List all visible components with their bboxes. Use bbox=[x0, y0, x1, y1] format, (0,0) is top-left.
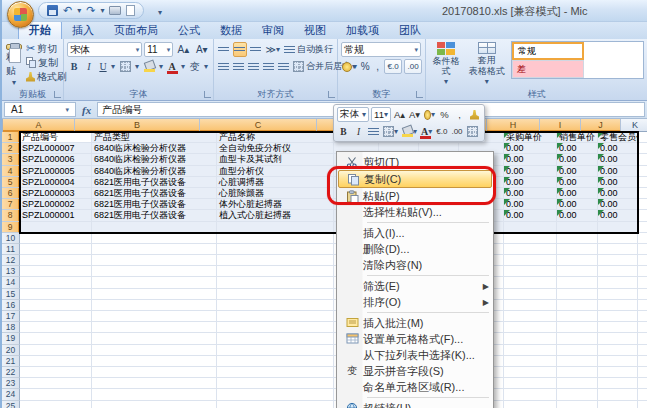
cell-H13[interactable] bbox=[504, 266, 557, 277]
cell-K14[interactable] bbox=[638, 277, 647, 288]
row-header-18[interactable]: 18 bbox=[2, 322, 20, 333]
undo-dropdown-icon[interactable]: ▾ bbox=[77, 6, 81, 15]
column-header-H[interactable]: H bbox=[487, 119, 540, 132]
orientation-button[interactable]: ≫▾ bbox=[265, 42, 281, 57]
cell-K8[interactable] bbox=[638, 210, 647, 221]
decrease-indent-button[interactable] bbox=[262, 59, 275, 74]
menu-item-delete[interactable]: 删除(D)... bbox=[338, 241, 492, 257]
cell-J23[interactable] bbox=[598, 378, 638, 389]
fill-color-dropdown-icon[interactable]: ▾ bbox=[159, 62, 163, 71]
cell-C17[interactable] bbox=[217, 311, 334, 322]
menu-item-show-phonetic[interactable]: 变显示拼音字段(S) bbox=[338, 363, 492, 379]
cell-I13[interactable] bbox=[557, 266, 598, 277]
cell-C5[interactable]: 心脏调搏器 bbox=[217, 177, 334, 188]
mini-percent-button[interactable]: % bbox=[438, 107, 451, 122]
cell-C15[interactable] bbox=[217, 289, 334, 300]
cell-B25[interactable] bbox=[92, 401, 217, 408]
cell-J17[interactable] bbox=[598, 311, 638, 322]
cell-A18[interactable] bbox=[20, 322, 92, 333]
mini-bold-button[interactable]: B bbox=[337, 124, 350, 139]
cell-A8[interactable]: SPZL000001 bbox=[20, 210, 92, 221]
cell-J4[interactable]: 0.00 bbox=[598, 166, 638, 177]
cell-J13[interactable] bbox=[598, 266, 638, 277]
tab-team[interactable]: 团队 bbox=[389, 21, 431, 39]
align-center-button[interactable] bbox=[232, 59, 245, 74]
cell-H19[interactable] bbox=[504, 333, 557, 344]
cell-C25[interactable] bbox=[217, 401, 334, 408]
cell-I7[interactable]: 0.00 bbox=[557, 199, 598, 210]
cell-B4[interactable]: 6840临床检验分析仪器 bbox=[92, 166, 217, 177]
cell-K18[interactable] bbox=[638, 322, 647, 333]
cell-I20[interactable] bbox=[557, 345, 598, 356]
mini-grow-font-button[interactable]: A▴ bbox=[393, 107, 406, 122]
cell-K20[interactable] bbox=[638, 345, 647, 356]
cell-H24[interactable] bbox=[504, 389, 557, 400]
cell-K24[interactable] bbox=[638, 389, 647, 400]
row-header-23[interactable]: 23 bbox=[2, 378, 20, 389]
column-header-A[interactable]: A bbox=[3, 119, 75, 132]
cell-A14[interactable] bbox=[20, 277, 92, 288]
cell-A2[interactable]: SPZL000007 bbox=[20, 143, 92, 154]
align-bottom-button[interactable] bbox=[249, 42, 263, 57]
row-header-4[interactable]: 4 bbox=[2, 166, 20, 177]
underline-dropdown-icon[interactable]: ▾ bbox=[111, 62, 115, 71]
cell-J14[interactable] bbox=[598, 277, 638, 288]
cell-H7[interactable]: 0.00 bbox=[504, 199, 557, 210]
mini-shrink-font-button[interactable]: A▾ bbox=[408, 107, 421, 122]
row-header-8[interactable]: 8 bbox=[2, 210, 20, 221]
cell-K23[interactable] bbox=[638, 378, 647, 389]
print-preview-icon[interactable] bbox=[126, 5, 135, 16]
cell-K15[interactable] bbox=[638, 289, 647, 300]
cell-K10[interactable] bbox=[638, 233, 647, 244]
tab-add-ins[interactable]: 加载项 bbox=[336, 21, 389, 39]
cell-B23[interactable] bbox=[92, 378, 217, 389]
cell-H16[interactable] bbox=[504, 300, 557, 311]
row-header-11[interactable]: 11 bbox=[2, 244, 20, 255]
underline-button[interactable]: U bbox=[97, 59, 109, 74]
cell-B16[interactable] bbox=[92, 300, 217, 311]
cell-B7[interactable]: 6821医用电子仪器设备 bbox=[92, 199, 217, 210]
align-top-button[interactable] bbox=[217, 42, 231, 57]
tab-formulas[interactable]: 公式 bbox=[168, 21, 210, 39]
cell-H20[interactable] bbox=[504, 345, 557, 356]
fx-icon[interactable]: fx bbox=[78, 104, 95, 116]
cell-I24[interactable] bbox=[557, 389, 598, 400]
name-box-dropdown-icon[interactable]: ▾ bbox=[65, 106, 69, 114]
cell-C22[interactable] bbox=[217, 367, 334, 378]
cell-J19[interactable] bbox=[598, 333, 638, 344]
menu-item-name-range[interactable]: 命名单元格区域(R)... bbox=[338, 379, 492, 395]
cell-K13[interactable] bbox=[638, 266, 647, 277]
cell-C21[interactable] bbox=[217, 356, 334, 367]
cell-J12[interactable] bbox=[598, 255, 638, 266]
tab-review[interactable]: 审阅 bbox=[252, 21, 294, 39]
format-painter-button[interactable]: 格式刷 bbox=[25, 70, 68, 83]
cell-C20[interactable] bbox=[217, 345, 334, 356]
cell-A5[interactable]: SPZL000004 bbox=[20, 177, 92, 188]
row-header-12[interactable]: 12 bbox=[2, 255, 20, 266]
column-header-K[interactable]: K bbox=[621, 119, 647, 132]
cell-B14[interactable] bbox=[92, 277, 217, 288]
mini-decrease-decimal-button[interactable]: .00 bbox=[450, 124, 463, 139]
phonetic-button[interactable]: 变 bbox=[187, 59, 202, 74]
mini-font-color-button[interactable]: A▾ bbox=[420, 124, 433, 139]
comma-style-button[interactable]: , bbox=[373, 59, 382, 74]
paste-button[interactable]: 粘贴 ▾ bbox=[5, 42, 23, 88]
fill-color-button[interactable] bbox=[141, 59, 157, 74]
save-icon[interactable] bbox=[47, 5, 58, 16]
cell-B21[interactable] bbox=[92, 356, 217, 367]
cell-I12[interactable] bbox=[557, 255, 598, 266]
row-header-1[interactable]: 1 bbox=[2, 132, 20, 143]
font-color-dropdown-icon[interactable]: ▾ bbox=[181, 62, 185, 71]
mini-comma-button[interactable]: , bbox=[453, 107, 466, 122]
percent-style-button[interactable]: % bbox=[359, 59, 371, 74]
cell-J24[interactable] bbox=[598, 389, 638, 400]
cell-C18[interactable] bbox=[217, 322, 334, 333]
row-header-24[interactable]: 24 bbox=[2, 389, 20, 400]
cell-B22[interactable] bbox=[92, 367, 217, 378]
number-format-select[interactable]: 常规▾ bbox=[341, 42, 421, 57]
borders-button[interactable] bbox=[117, 59, 133, 74]
tab-page-layout[interactable]: 页面布局 bbox=[104, 21, 168, 39]
cell-B24[interactable] bbox=[92, 389, 217, 400]
cell-K16[interactable] bbox=[638, 300, 647, 311]
cell-A15[interactable] bbox=[20, 289, 92, 300]
